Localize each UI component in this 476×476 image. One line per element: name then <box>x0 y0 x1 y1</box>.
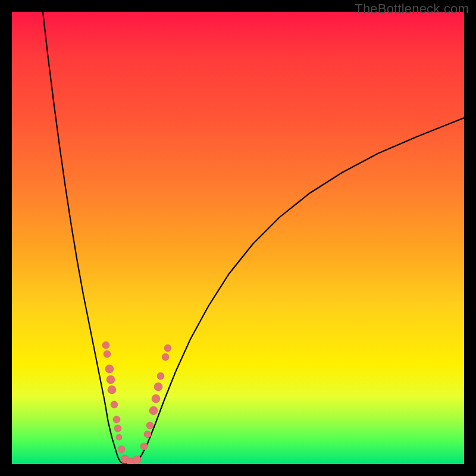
marker-dot <box>154 383 162 391</box>
marker-dot <box>162 353 169 361</box>
marker-dot <box>146 422 154 429</box>
marker-dot <box>133 456 141 464</box>
watermark-text: TheBottleneck.com <box>355 1 469 17</box>
marker-dot <box>116 434 122 440</box>
marker-dot <box>140 443 148 450</box>
marker-dot <box>118 446 125 453</box>
marker-dot <box>113 416 120 423</box>
bottleneck-curve <box>43 12 464 464</box>
marker-dot <box>107 375 115 384</box>
marker-dot <box>164 345 171 352</box>
marker-dot <box>108 386 116 394</box>
marker-dot <box>114 425 121 432</box>
marker-dot <box>152 394 160 403</box>
marker-dot <box>157 372 164 380</box>
marker-dot <box>105 365 114 373</box>
marker-dot <box>104 350 111 358</box>
chart-frame: TheBottleneck.com <box>0 0 476 476</box>
marker-dot <box>149 406 158 415</box>
marker-dot <box>111 401 118 408</box>
marker-dot <box>144 431 151 438</box>
curve-svg <box>12 12 464 464</box>
plot-area <box>12 12 464 464</box>
curve-markers <box>102 342 171 464</box>
marker-dot <box>102 342 109 349</box>
